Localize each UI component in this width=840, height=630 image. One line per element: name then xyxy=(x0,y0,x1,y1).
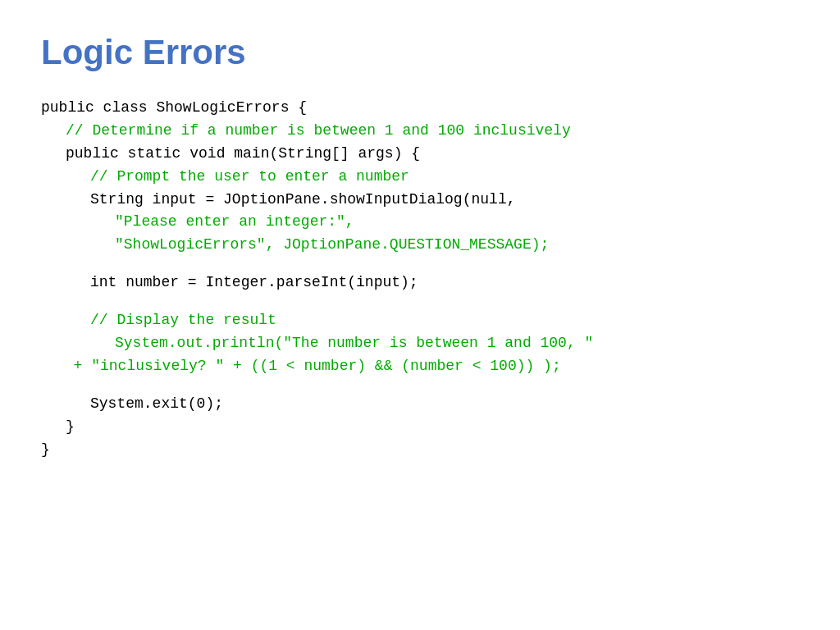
code-line-5: String input = JOptionPane.showInputDial… xyxy=(41,189,799,212)
code-line-10: System.out.println("The number is betwee… xyxy=(41,332,799,355)
code-line-9: // Display the result xyxy=(41,309,799,332)
code-line-11: + "inclusively? " + ((1 < number) && (nu… xyxy=(41,355,799,378)
code-line-6: "Please enter an integer:", xyxy=(41,211,799,234)
spacer-2 xyxy=(41,294,799,309)
spacer-1 xyxy=(41,257,799,272)
code-line-1: public class ShowLogicErrors { xyxy=(41,97,799,120)
code-line-8: int number = Integer.parseInt(input); xyxy=(41,272,799,294)
page-title: Logic Errors xyxy=(41,33,799,72)
code-line-12: System.exit(0); xyxy=(41,393,799,416)
code-line-7: "ShowLogicErrors", JOptionPane.QUESTION_… xyxy=(41,234,799,257)
code-block: public class ShowLogicErrors { // Determ… xyxy=(41,97,799,461)
code-line-14: } xyxy=(41,439,799,462)
code-line-13: } xyxy=(41,416,799,439)
code-line-2: // Determine if a number is between 1 an… xyxy=(41,120,799,143)
code-line-4: // Prompt the user to enter a number xyxy=(41,166,799,189)
code-line-3: public static void main(String[] args) { xyxy=(41,143,799,166)
spacer-3 xyxy=(41,378,799,393)
